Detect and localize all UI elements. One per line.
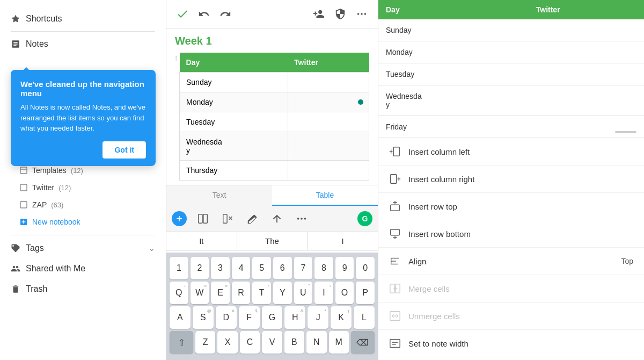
key-shift[interactable]: ⇧	[170, 331, 193, 354]
key-o[interactable]: O	[335, 282, 354, 304]
new-notebook-button[interactable]: New notebook	[0, 213, 166, 231]
move-up-icon[interactable]	[268, 210, 286, 227]
key-s[interactable]: S@	[193, 306, 214, 329]
table-row[interactable]: Wednesday	[180, 132, 369, 161]
preview-wednesday-tw[interactable]	[529, 85, 644, 116]
key-b[interactable]: B	[284, 331, 304, 354]
delete-col-icon[interactable]	[219, 210, 236, 227]
key-p[interactable]: P	[356, 282, 375, 304]
cell-sunday[interactable]: Sunday	[180, 73, 288, 92]
table-row[interactable]: Sunday	[180, 73, 369, 92]
cell-monday-twitter[interactable]	[288, 92, 369, 112]
cell-thursday[interactable]: Thursday	[180, 161, 288, 181]
key-k[interactable]: K(	[331, 306, 352, 329]
redo-icon[interactable]	[218, 6, 233, 21]
insert-row-top-item[interactable]: Insert row top	[378, 193, 644, 220]
notebook-twitter[interactable]: Twitter (12)	[0, 179, 166, 196]
preview-tuesday[interactable]: Tuesday	[378, 63, 529, 85]
insert-col-left-item[interactable]: Insert column left	[378, 138, 644, 165]
cell-thursday-twitter[interactable]	[288, 161, 369, 181]
more-keyboard-icon[interactable]	[293, 210, 310, 227]
undo-icon[interactable]	[196, 6, 211, 21]
cell-wednesday[interactable]: Wednesday	[180, 132, 288, 161]
key-9[interactable]: 9	[335, 257, 354, 279]
table-row[interactable]: Wednesday	[378, 85, 644, 116]
notebook-zap[interactable]: ZAP (63)	[0, 196, 166, 213]
merge-cells-item[interactable]: Merge cells	[378, 275, 644, 303]
shortcuts-nav-item[interactable]: Shortcuts	[0, 9, 166, 29]
cell-tuesday[interactable]: Tuesday	[180, 112, 288, 132]
key-g[interactable]: G	[262, 306, 283, 329]
key-d[interactable]: D#	[216, 306, 237, 329]
preview-monday-tw[interactable]	[529, 41, 644, 63]
key-r[interactable]: R	[232, 282, 251, 304]
key-n[interactable]: N	[306, 331, 326, 354]
key-q[interactable]: Q+	[170, 282, 188, 304]
table-row[interactable]: Sunday	[378, 19, 644, 41]
key-5[interactable]: 5	[252, 257, 271, 279]
table-row[interactable]: Monday	[378, 41, 644, 63]
notes-nav-item[interactable]: Notes	[0, 34, 166, 54]
key-a[interactable]: A	[170, 306, 191, 329]
key-y[interactable]: Y	[273, 282, 292, 304]
preview-monday[interactable]: Monday	[378, 41, 529, 63]
tab-table[interactable]: Table	[272, 185, 378, 206]
suggestion-the[interactable]: The	[237, 232, 308, 250]
key-c[interactable]: C	[240, 331, 260, 354]
key-x[interactable]: X	[217, 331, 237, 354]
suggestion-it[interactable]: It	[166, 232, 237, 250]
table-row[interactable]: Thursday	[180, 161, 369, 181]
add-user-icon[interactable]	[311, 6, 326, 21]
add-icon[interactable]: +	[172, 211, 187, 226]
cell-monday[interactable]: Monday	[180, 92, 288, 112]
align-item[interactable]: Align Top	[378, 248, 644, 275]
got-it-button[interactable]: Got it	[103, 141, 146, 159]
key-h[interactable]: H&	[284, 306, 305, 329]
key-4[interactable]: 4	[232, 257, 251, 279]
table-row[interactable]: Tuesday	[180, 112, 369, 132]
key-7[interactable]: 7	[294, 257, 313, 279]
key-i[interactable]: I›	[314, 282, 333, 304]
insert-col-icon[interactable]	[194, 210, 211, 227]
key-j[interactable]: J*	[308, 306, 328, 329]
unmerge-cells-item[interactable]: Unmerge cells	[378, 303, 644, 330]
key-l[interactable]: L	[354, 306, 375, 329]
preview-sunday[interactable]: Sunday	[378, 19, 529, 41]
insert-col-right-item[interactable]: Insert column right	[378, 165, 644, 193]
preview-friday[interactable]: Friday	[378, 116, 529, 138]
more-options-icon[interactable]	[354, 6, 369, 21]
cell-sunday-twitter[interactable]	[288, 73, 369, 92]
key-3[interactable]: 3	[211, 257, 230, 279]
key-m[interactable]: M	[329, 331, 349, 354]
checkmark-icon[interactable]	[175, 6, 190, 21]
shared-nav-item[interactable]: Shared with Me	[0, 258, 166, 279]
cell-tuesday-twitter[interactable]	[288, 112, 369, 132]
key-e[interactable]: E=	[211, 282, 230, 304]
suggestion-i[interactable]: I	[308, 232, 378, 250]
preview-tuesday-tw[interactable]	[529, 63, 644, 85]
eraser-icon[interactable]	[244, 210, 261, 227]
key-6[interactable]: 6	[273, 257, 292, 279]
trash-nav-item[interactable]: Trash	[0, 279, 166, 299]
insert-row-bottom-item[interactable]: Insert row bottom	[378, 220, 644, 248]
key-z[interactable]: Z	[195, 331, 215, 354]
key-w[interactable]: W×	[191, 282, 209, 304]
key-backspace[interactable]: ⌫	[351, 331, 375, 354]
preview-wednesday[interactable]: Wednesday	[378, 85, 529, 116]
key-f[interactable]: F$	[239, 306, 260, 329]
table-row[interactable]: Tuesday	[378, 63, 644, 85]
preview-sunday-tw[interactable]	[529, 19, 644, 41]
key-v[interactable]: V	[262, 331, 282, 354]
tab-text[interactable]: Text	[166, 185, 272, 206]
preview-friday-tw[interactable]	[529, 116, 644, 138]
key-u[interactable]: U‟	[294, 282, 313, 304]
table-drag-handle[interactable]: ⁝	[175, 54, 177, 62]
table-row[interactable]: Friday	[378, 116, 644, 138]
tags-nav-item[interactable]: Tags ⌄	[0, 237, 166, 258]
key-2[interactable]: 2	[191, 257, 209, 279]
table-row[interactable]: Monday	[180, 92, 369, 112]
key-1[interactable]: 1	[170, 257, 188, 279]
key-t[interactable]: T/	[252, 282, 271, 304]
lock-icon[interactable]	[333, 6, 348, 21]
cell-wednesday-twitter[interactable]	[288, 132, 369, 161]
